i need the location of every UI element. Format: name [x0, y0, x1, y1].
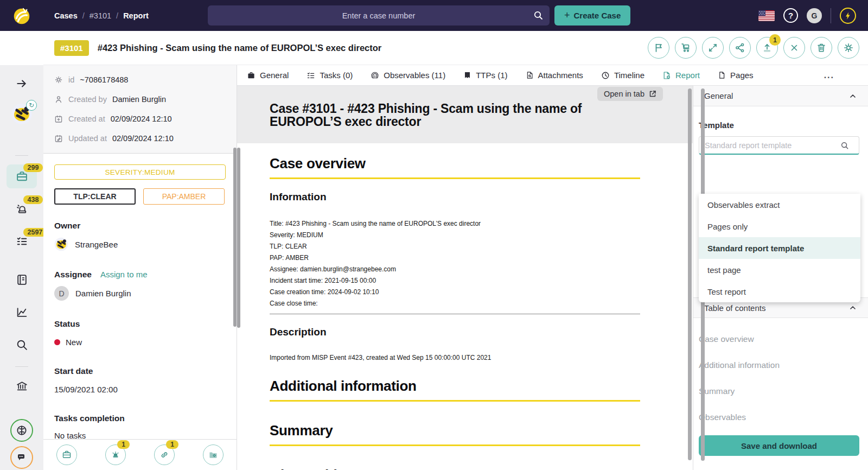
- related-alerts-button[interactable]: 1: [105, 444, 126, 465]
- sync-icon: ↻: [26, 100, 37, 111]
- status-dot-icon: [54, 339, 60, 345]
- related-cases-button[interactable]: [56, 444, 77, 465]
- calendar-edit-icon: [54, 134, 63, 143]
- template-option-test-page[interactable]: test page: [699, 259, 860, 281]
- toc-item-summary[interactable]: Summary: [699, 386, 859, 396]
- tab-pages[interactable]: Pages: [718, 71, 754, 80]
- assignee-row: D Damien Burglin: [54, 286, 226, 301]
- breadcrumb-separator: /: [82, 11, 85, 20]
- share-button[interactable]: [729, 37, 751, 59]
- status-value[interactable]: New: [54, 338, 226, 347]
- template-option-standard[interactable]: Standard report template: [699, 237, 860, 259]
- icon-sidebar: ↻ 299 438 2597: [0, 65, 43, 470]
- tab-ttps[interactable]: TTPs (1): [463, 71, 507, 80]
- tab-observables[interactable]: Observables (11): [371, 71, 445, 80]
- close-case-button[interactable]: [783, 37, 805, 59]
- linked-cases-button[interactable]: 1: [154, 444, 175, 465]
- template-option-test-report[interactable]: Test report: [699, 281, 860, 302]
- user-icon: [54, 95, 63, 104]
- links-count-badge: 1: [166, 440, 178, 449]
- user-avatar[interactable]: G: [807, 8, 822, 23]
- tabs-more-button[interactable]: ...: [824, 71, 834, 80]
- toc-item-case-overview[interactable]: Case overview: [699, 334, 859, 344]
- report-heading-additional: Additional information: [270, 378, 640, 395]
- save-and-download-button[interactable]: Save and download: [699, 435, 859, 456]
- tab-attachments[interactable]: Attachments: [526, 71, 583, 80]
- plus-icon: +: [564, 10, 570, 21]
- template-option-observables-extract[interactable]: Observables extract: [699, 194, 860, 215]
- tab-report[interactable]: Report: [662, 71, 700, 80]
- sidebar-item-organisation[interactable]: [0, 380, 43, 392]
- breadcrumb-report[interactable]: Report: [123, 11, 149, 20]
- case-settings-button[interactable]: [838, 37, 859, 59]
- sidebar-item-chat[interactable]: [0, 446, 43, 469]
- export-button[interactable]: 1: [756, 37, 778, 59]
- share-icon: [735, 42, 745, 53]
- sidebar-item-journal[interactable]: [0, 274, 43, 286]
- sidebar-item-alerts[interactable]: 438: [0, 202, 43, 215]
- severity-badge[interactable]: SEVERITY:MEDIUM: [54, 164, 226, 180]
- owner-row: StrangeBee: [54, 237, 226, 251]
- toc-item-additional-information[interactable]: Additional information: [699, 360, 859, 370]
- assign-to-me-link[interactable]: Assign to me: [100, 270, 148, 279]
- chevron-up-icon: [849, 304, 857, 312]
- open-in-tab-button[interactable]: Open in tab: [597, 87, 663, 101]
- sidebar-item-cases[interactable]: 299: [0, 170, 43, 183]
- general-section-header[interactable]: General: [693, 86, 868, 106]
- report-case-title: Case #3101 - #423 Phishing - Scam using …: [270, 102, 639, 128]
- case-archive-button[interactable]: [203, 444, 224, 465]
- cases-count-badge: 299: [23, 163, 43, 172]
- arrow-right-icon: [15, 77, 28, 90]
- report-scrollbar[interactable]: [688, 88, 692, 460]
- navbar-divider: [831, 8, 831, 23]
- gear-icon: [54, 75, 63, 84]
- report-body: Case overview Information Title: #423 Ph…: [237, 143, 693, 470]
- organisation-avatar[interactable]: ↻: [0, 103, 43, 125]
- chart-icon: [16, 306, 28, 319]
- app-logo[interactable]: [0, 5, 43, 26]
- case-tabs: General Tasks (0) Observables (11) TTPs …: [237, 65, 868, 86]
- flag-button[interactable]: [648, 37, 669, 59]
- create-case-button[interactable]: + Create Case: [554, 5, 630, 26]
- heading-underline: [270, 177, 640, 179]
- breadcrumb-case-number[interactable]: #3101: [90, 11, 111, 20]
- toc-item-observables[interactable]: Observables: [699, 412, 859, 422]
- details-scrollbar[interactable]: [233, 148, 237, 327]
- tab-tasks[interactable]: Tasks (0): [307, 71, 353, 80]
- assignee-name: Damien Burglin: [75, 289, 131, 298]
- sidebar-divider: [15, 155, 28, 156]
- meta-row-updated-at: Updated at 02/09/2024 12:10: [54, 129, 237, 148]
- template-search-input[interactable]: [699, 136, 859, 155]
- report-heading-description: Description: [270, 326, 640, 338]
- template-option-pages-only[interactable]: Pages only: [699, 215, 860, 237]
- language-flag-us-icon[interactable]: [758, 10, 775, 21]
- sidebar-item-search[interactable]: [0, 339, 43, 351]
- sidebar-item-tasks[interactable]: 2597: [0, 235, 43, 247]
- breadcrumb-cases[interactable]: Cases: [54, 11, 78, 20]
- status-label: Status: [54, 319, 226, 329]
- report-settings-panel: General Template Observables extract Pag…: [693, 86, 868, 470]
- heading-underline: [270, 444, 640, 446]
- meta-row-id: id ~7086178488: [54, 70, 237, 90]
- report-heading-summary: Summary: [270, 422, 640, 439]
- folder-gear-icon: [208, 450, 218, 460]
- delete-case-button[interactable]: [810, 37, 832, 59]
- collapse-button[interactable]: [702, 37, 724, 59]
- file-plus-icon: [662, 71, 671, 80]
- report-divider: [270, 314, 640, 314]
- sidebar-item-cortex[interactable]: [0, 419, 43, 442]
- pap-badge[interactable]: PAP:AMBER: [143, 188, 225, 205]
- details-footer: 1 1: [43, 439, 237, 470]
- bank-icon: [16, 380, 28, 392]
- tab-timeline[interactable]: Timeline: [601, 71, 644, 80]
- responder-button[interactable]: [675, 37, 697, 59]
- case-search-input[interactable]: [208, 5, 550, 26]
- tlp-badge[interactable]: TLP:CLEAR: [54, 188, 136, 205]
- expand-sidebar-button[interactable]: [0, 77, 43, 90]
- help-icon[interactable]: ?: [783, 8, 798, 23]
- sidebar-item-dashboards[interactable]: [0, 306, 43, 319]
- report-left-scrollbar[interactable]: [237, 148, 240, 328]
- lightning-icon[interactable]: [840, 8, 856, 24]
- tab-general[interactable]: General: [247, 71, 289, 80]
- magnifier-icon: [16, 339, 28, 351]
